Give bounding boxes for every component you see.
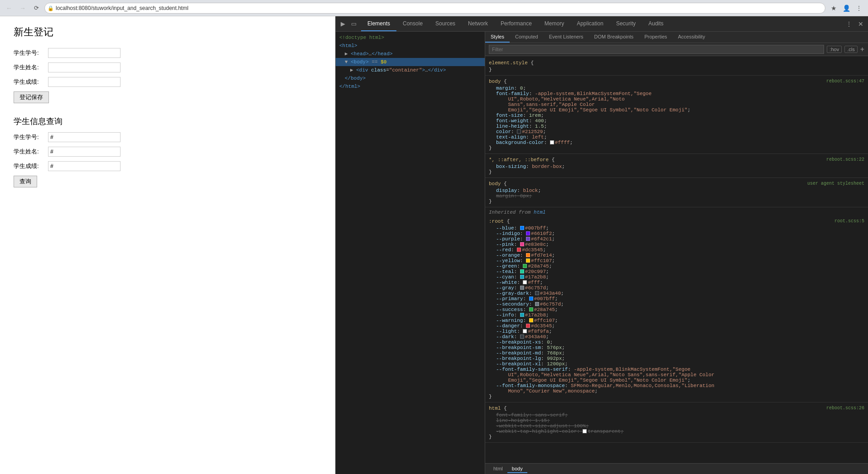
root-blue: --blue: #007bff; <box>489 225 864 231</box>
address-bar[interactable]: 🔒 localhost:8080/stuwork/input_and_searc… <box>44 3 825 14</box>
query-score-input[interactable] <box>48 161 121 171</box>
more-tabs-icon[interactable]: ⋮ <box>844 19 854 29</box>
tree-div-container[interactable]: ▶ <div class="container">…</div> <box>336 66 485 74</box>
student-name-label: 学生姓名: <box>14 63 45 72</box>
tree-html-open[interactable]: <html> <box>336 42 485 50</box>
page-title: 新生登记 <box>14 25 322 39</box>
file-ref-useragent: user agent stylesheet <box>807 180 864 188</box>
subtab-dom-breakpoints[interactable]: DOM Breakpoints <box>589 32 639 43</box>
root-font-sans: --font-family-sans-serif: -apple-system,… <box>489 367 864 383</box>
filter-hov-badge[interactable]: :hov <box>827 46 842 53</box>
tab-memory[interactable]: Memory <box>538 16 570 31</box>
style-rule-element: element.style { } <box>485 58 868 76</box>
student-name-row: 学生姓名: <box>14 62 322 72</box>
selector-universal: *, ::after, ::before { reboot.scss:22 <box>489 156 864 164</box>
student-id-label: 学生学号: <box>14 49 45 57</box>
tab-security[interactable]: Security <box>610 16 642 31</box>
tab-console[interactable]: Console <box>396 16 429 31</box>
back-button[interactable]: ← <box>4 3 14 14</box>
tree-head[interactable]: ▶ <head>…</head> <box>336 50 485 58</box>
query-name-label: 学生姓名: <box>14 148 45 156</box>
tab-audits[interactable]: Audits <box>642 16 670 31</box>
close-devtools-icon[interactable]: ✕ <box>856 19 865 29</box>
file-ref-root[interactable]: root.scss:5 <box>834 217 864 225</box>
style-rule-html: html { reboot.scss:26 font-family: sans-… <box>485 403 868 443</box>
tab-network[interactable]: Network <box>462 16 494 31</box>
style-rule-body-useragent: body { user agent stylesheet display: bl… <box>485 179 868 207</box>
tab-performance[interactable]: Performance <box>494 16 538 31</box>
root-bp-md: --breakpoint-md: 768px; <box>489 350 864 356</box>
subtab-event-listeners[interactable]: Event Listeners <box>544 32 589 43</box>
body-font-family: font-family: -apple-system,BlinkMacSyste… <box>489 91 864 113</box>
html-font-family: font-family: sans-serif; <box>489 412 864 418</box>
style-rule-universal: *, ::after, ::before { reboot.scss:22 bo… <box>485 155 868 178</box>
breadcrumb-body[interactable]: body <box>507 465 527 473</box>
query-score-label: 学生成绩: <box>14 162 45 170</box>
student-name-input[interactable] <box>48 62 121 72</box>
query-id-input[interactable] <box>48 132 121 142</box>
root-cyan: --cyan: #17a2b8; <box>489 274 864 280</box>
devtools-icon-group: ▶ ▭ <box>336 19 361 29</box>
student-id-input[interactable] <box>48 48 121 58</box>
selector-html: html { reboot.scss:26 <box>489 404 864 412</box>
subtab-styles[interactable]: Styles <box>485 32 510 43</box>
tree-body[interactable]: ▼ <body> == $0 <box>336 58 485 66</box>
subtab-accessibility[interactable]: Accessibility <box>673 32 711 43</box>
body-bg-color: background-color: #ffff; <box>489 140 864 145</box>
registration-form: 学生学号: 学生姓名: 学生成绩: 登记保存 <box>14 48 322 110</box>
body-margin-strikethrough: margin: 8px; <box>489 193 864 199</box>
file-ref-universal[interactable]: reboot.scss:22 <box>826 156 864 164</box>
root-bp-sm: --breakpoint-sm: 576px; <box>489 345 864 350</box>
bookmark-button[interactable]: ★ <box>828 3 839 14</box>
student-score-input[interactable] <box>48 77 121 87</box>
root-gray: --gray: #6c757d; <box>489 285 864 291</box>
search-section-title: 学生信息查询 <box>14 116 322 127</box>
file-ref-body-reboot[interactable]: reboot.scss:47 <box>826 77 864 86</box>
html-panel: <!doctype html> <html> ▶ <head>…</head> … <box>336 32 485 474</box>
breadcrumb-html[interactable]: html <box>489 465 507 473</box>
filter-cls-badge[interactable]: .cls <box>844 46 858 53</box>
subtab-properties[interactable]: Properties <box>639 32 672 43</box>
html-tap-highlight: -webkit-tap-highlight-color: transparent… <box>489 429 864 434</box>
root-teal: --teal: #20c997; <box>489 269 864 274</box>
body-font-size: font-size: 1rem; <box>489 113 864 118</box>
tab-sources[interactable]: Sources <box>429 16 462 31</box>
file-ref-html[interactable]: reboot.scss:26 <box>826 404 864 412</box>
query-name-input[interactable] <box>48 147 121 157</box>
root-dark: --dark: #343a40; <box>489 334 864 340</box>
student-score-row: 学生成绩: <box>14 77 322 87</box>
root-yellow: --yellow: #ffc107; <box>489 258 864 263</box>
styles-panel: Styles Computed Event Listeners DOM Brea… <box>485 32 868 474</box>
root-green: --green: #28a745; <box>489 263 864 269</box>
page-area: 新生登记 学生学号: 学生姓名: 学生成绩: 登记保存 学生信息查询 学生学号: <box>0 16 335 474</box>
inherited-tag[interactable]: html <box>534 210 545 215</box>
body-text-align: text-align: left; <box>489 134 864 140</box>
body-display: display: block; <box>489 188 864 193</box>
browser-chrome: ← → ⟳ 🔒 localhost:8080/stuwork/input_and… <box>0 0 868 16</box>
device-icon[interactable]: ▭ <box>349 19 358 29</box>
root-pink: --pink: #e83e8c; <box>489 242 864 247</box>
reload-button[interactable]: ⟳ <box>31 3 42 14</box>
style-selector-element: element.style { <box>489 59 864 67</box>
root-light: --light: #f8f9fa; <box>489 329 864 334</box>
search-form: 学生学号: 学生姓名: 学生成绩: 查询 <box>14 132 322 187</box>
breadcrumb-tabs: html body <box>489 465 527 473</box>
menu-button[interactable]: ⋮ <box>854 3 864 14</box>
inspect-icon[interactable]: ▶ <box>338 19 347 29</box>
root-info: --info: #17a2b8; <box>489 312 864 318</box>
filter-input[interactable] <box>489 45 824 54</box>
tree-html-close: </html> <box>336 82 485 91</box>
html-tree: <!doctype html> <html> ▶ <head>…</head> … <box>336 32 485 474</box>
forward-button[interactable]: → <box>17 3 28 14</box>
profile-button[interactable]: 👤 <box>841 3 852 14</box>
tab-elements[interactable]: Elements <box>361 16 396 31</box>
query-name-row: 学生姓名: <box>14 147 322 157</box>
query-button[interactable]: 查询 <box>14 176 37 187</box>
filter-plus-icon[interactable]: + <box>860 45 864 53</box>
url-text: localhost:8080/stuwork/input_and_search_… <box>56 5 188 11</box>
subtab-computed[interactable]: Computed <box>510 32 544 43</box>
save-button[interactable]: 登记保存 <box>14 91 49 103</box>
root-danger: --danger: #dc3545; <box>489 323 864 329</box>
tab-application[interactable]: Application <box>570 16 610 31</box>
style-rule-root: :root { root.scss:5 --blue: #007bff; --i… <box>485 216 868 402</box>
